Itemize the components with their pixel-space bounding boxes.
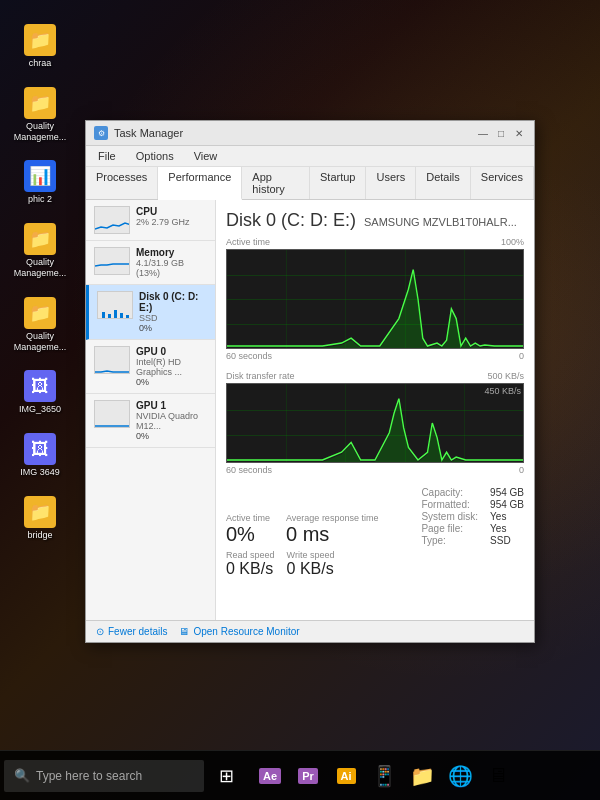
tab-performance[interactable]: Performance <box>158 167 242 200</box>
left-item-gpu1[interactable]: GPU 1 NVIDIA Quadro M12... 0% <box>86 394 215 448</box>
desktop-icon-quality2[interactable]: 📁 Quality Manageme... <box>10 219 70 283</box>
icon-label: phic 2 <box>28 194 52 205</box>
svg-marker-5 <box>227 272 523 348</box>
taskbar-ae-icon[interactable]: Ae <box>252 756 288 796</box>
left-item-cpu[interactable]: CPU 2% 2.79 GHz <box>86 200 215 241</box>
desktop-icon-quality1[interactable]: 📁 Quality Manageme... <box>10 83 70 147</box>
folder-icon: 📁 <box>24 297 56 329</box>
left-panel: CPU 2% 2.79 GHz Memory 4.1/31.9 GB (13%) <box>86 200 216 620</box>
read-speed-block: Read speed 0 KB/s <box>226 550 275 578</box>
desktop-icon-chraa[interactable]: 📁 chraa <box>10 20 70 73</box>
tab-details[interactable]: Details <box>416 167 471 199</box>
taskbar-app-icon[interactable]: 🖥 <box>480 756 516 796</box>
icon-label: Quality Manageme... <box>14 331 67 353</box>
right-panel: Disk 0 (C: D: E:) SAMSUNG MZVLB1T0HALR..… <box>216 200 534 620</box>
menu-file[interactable]: File <box>94 148 120 164</box>
icon-label: chraa <box>29 58 52 69</box>
window-controls: — □ ✕ <box>476 126 526 140</box>
tab-users[interactable]: Users <box>366 167 416 199</box>
search-placeholder: Type here to search <box>36 769 142 783</box>
active-time-stat: Active time 0% <box>226 513 270 546</box>
chart2-top-label: Disk transfer rate <box>226 371 295 381</box>
disk-header: Disk 0 (C: D: E:) SAMSUNG MZVLB1T0HALR..… <box>226 210 524 231</box>
tm-footer: ⊙ Fewer details 🖥 Open Resource Monitor <box>86 620 534 642</box>
folder-icon: 📁 <box>24 87 56 119</box>
chart2-bottom-right: 0 <box>519 465 524 475</box>
taskbar-folder-icon[interactable]: 📁 <box>404 756 440 796</box>
open-resource-monitor-link[interactable]: 🖥 Open Resource Monitor <box>179 626 299 637</box>
fewer-details-link[interactable]: ⊙ Fewer details <box>96 626 167 637</box>
desktop-icon-graphic[interactable]: 📊 phic 2 <box>10 156 70 209</box>
taskbar-ai-icon[interactable]: Ai <box>328 756 364 796</box>
svg-rect-2 <box>114 310 117 318</box>
svg-rect-4 <box>126 315 129 318</box>
left-item-disk0[interactable]: Disk 0 (C: D: E:) SSD 0% <box>86 285 215 340</box>
memory-info: Memory 4.1/31.9 GB (13%) <box>136 247 207 278</box>
left-item-gpu0[interactable]: GPU 0 Intel(R) HD Graphics ... 0% <box>86 340 215 394</box>
active-time-chart <box>226 249 524 349</box>
ae-label: Ae <box>259 768 281 784</box>
taskbar: 🔍 Type here to search ⊞ Ae Pr Ai 📱 <box>0 750 600 800</box>
menu-view[interactable]: View <box>190 148 222 164</box>
app-label: 🖥 <box>488 764 508 787</box>
task-manager-window: ⚙ Task Manager — □ ✕ File Options View P… <box>85 120 535 643</box>
taskbar-pr-icon[interactable]: Pr <box>290 756 326 796</box>
left-item-memory[interactable]: Memory 4.1/31.9 GB (13%) <box>86 241 215 285</box>
stats-row: Active time 0% Average response time 0 m… <box>226 487 524 546</box>
tab-processes[interactable]: Processes <box>86 167 158 199</box>
folder-icon: 📁 <box>24 496 56 528</box>
svg-rect-1 <box>108 314 111 318</box>
desktop: 📁 chraa 📁 Quality Manageme... 📊 phic 2 📁… <box>0 0 600 800</box>
taskbar-whatsapp-icon[interactable]: 📱 <box>366 756 402 796</box>
chart2-svg <box>227 384 523 462</box>
cpu-info: CPU 2% 2.79 GHz <box>136 206 207 227</box>
chart1-time-label: 60 seconds <box>226 351 272 361</box>
desktop-icon-bridge[interactable]: 📁 bridge <box>10 492 70 545</box>
taskview-button[interactable]: ⊞ <box>206 756 246 796</box>
taskbar-chrome-icon[interactable]: 🌐 <box>442 756 478 796</box>
desktop-icons: 📁 chraa 📁 Quality Manageme... 📊 phic 2 📁… <box>10 20 70 545</box>
gpu1-mini-chart <box>94 400 130 428</box>
taskbar-pinned-icons: Ae Pr Ai 📱 📁 🌐 🖥 <box>252 756 516 796</box>
gpu0-mini-chart <box>94 346 130 374</box>
tm-body: CPU 2% 2.79 GHz Memory 4.1/31.9 GB (13%) <box>86 200 534 620</box>
gpu0-info: GPU 0 Intel(R) HD Graphics ... 0% <box>136 346 207 387</box>
icon-label: Quality Manageme... <box>14 121 67 143</box>
tab-app-history[interactable]: App history <box>242 167 310 199</box>
disk-details: Capacity: 954 GB Formatted: 954 GB Syste… <box>421 487 524 546</box>
taskmanager-icon: ⚙ <box>94 126 108 140</box>
ai-label: Ai <box>337 768 356 784</box>
disk-title: Disk 0 (C: D: E:) <box>226 210 356 231</box>
chart2-top-right: 500 KB/s <box>487 371 524 381</box>
disk-mini-chart <box>97 291 133 319</box>
minimize-button[interactable]: — <box>476 126 490 140</box>
tab-services[interactable]: Services <box>471 167 534 199</box>
svg-rect-0 <box>102 312 105 318</box>
icon-label: IMG 3649 <box>20 467 60 478</box>
response-time-stat: Average response time 0 ms <box>286 513 378 546</box>
chrome-label: 🌐 <box>448 764 473 788</box>
desktop-icon-quality3[interactable]: 📁 Quality Manageme... <box>10 293 70 357</box>
disk0-info: Disk 0 (C: D: E:) SSD 0% <box>139 291 207 333</box>
folder-icon: 📁 <box>24 223 56 255</box>
rw-row: Read speed 0 KB/s Write speed 0 KB/s <box>226 550 524 578</box>
menu-options[interactable]: Options <box>132 148 178 164</box>
folder-icon: 📁 <box>24 24 56 56</box>
maximize-button[interactable]: □ <box>494 126 508 140</box>
title-left: ⚙ Task Manager <box>94 126 183 140</box>
taskbar-search[interactable]: 🔍 Type here to search <box>4 760 204 792</box>
search-icon: 🔍 <box>14 768 30 783</box>
chart1-labels: Active time 100% <box>226 237 524 247</box>
pr-label: Pr <box>298 768 318 784</box>
desktop-icon-img3649[interactable]: 🖼 IMG 3649 <box>10 429 70 482</box>
titlebar: ⚙ Task Manager — □ ✕ <box>86 121 534 146</box>
close-button[interactable]: ✕ <box>512 126 526 140</box>
tab-bar: Processes Performance App history Startu… <box>86 167 534 200</box>
desktop-icon-img3650[interactable]: 🖼 IMG_3650 <box>10 366 70 419</box>
chart2-right-label: 450 KB/s <box>484 386 521 396</box>
folder-label: 📁 <box>410 764 435 788</box>
whatsapp-label: 📱 <box>372 764 397 788</box>
svg-marker-6 <box>227 401 523 462</box>
icon-label: bridge <box>27 530 52 541</box>
tab-startup[interactable]: Startup <box>310 167 366 199</box>
